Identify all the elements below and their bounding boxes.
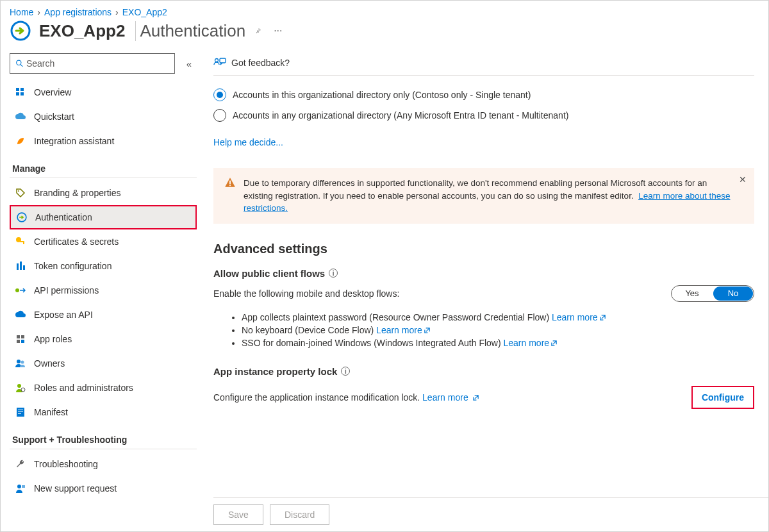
radio-multi-tenant[interactable]: Accounts in any organizational directory… <box>213 105 754 126</box>
breadcrumb-app-registrations[interactable]: App registrations <box>44 7 112 17</box>
sidebar-item-label: Quickstart <box>34 112 74 122</box>
public-client-flows-toggle[interactable]: Yes No <box>671 285 754 302</box>
toggle-yes[interactable]: Yes <box>672 286 713 301</box>
sidebar-item-label: Token configuration <box>34 261 112 271</box>
sidebar-item-label: Certificates & secrets <box>34 237 119 247</box>
feedback-button[interactable]: Got feedback? <box>213 53 754 76</box>
cloud-icon <box>15 111 26 122</box>
owners-icon <box>15 358 26 369</box>
svg-line-2 <box>21 65 22 67</box>
warning-banner: Due to temporary differences in supporte… <box>213 168 754 224</box>
sidebar-item-label: Expose an API <box>34 310 93 320</box>
sidebar-item-manifest[interactable]: Manifest <box>10 400 197 424</box>
external-link-icon <box>550 340 558 347</box>
svg-rect-19 <box>21 340 24 343</box>
sidebar-item-overview[interactable]: Overview <box>10 80 197 104</box>
close-icon[interactable]: ✕ <box>739 174 747 185</box>
pin-icon[interactable] <box>253 26 263 36</box>
external-link-icon <box>424 327 431 334</box>
public-client-flows-header: Allow public client flows i <box>213 268 754 279</box>
collapse-sidebar-button[interactable]: « <box>181 56 197 72</box>
radio-single-tenant[interactable]: Accounts in this organizational director… <box>213 85 754 105</box>
radio-icon <box>213 88 226 101</box>
breadcrumb-app[interactable]: EXO_App2 <box>122 7 167 17</box>
sidebar-item-label: New support request <box>34 483 117 494</box>
page-title: Authentication <box>135 21 245 41</box>
svg-rect-6 <box>21 92 24 96</box>
auth-icon <box>16 212 28 223</box>
svg-rect-32 <box>229 181 231 185</box>
breadcrumb-home[interactable]: Home <box>10 7 33 17</box>
more-icon[interactable]: ··· <box>271 22 285 39</box>
sidebar-item-integration-assistant[interactable]: Integration assistant <box>10 129 197 153</box>
sidebar: « Overview Quickstart Integration assist… <box>1 53 199 501</box>
svg-rect-11 <box>23 242 24 244</box>
learn-more-link[interactable]: Learn more <box>422 392 479 403</box>
external-link-icon <box>472 394 479 401</box>
sidebar-item-token-config[interactable]: Token configuration <box>10 254 197 278</box>
sidebar-item-expose-api[interactable]: Expose an API <box>10 303 197 327</box>
svg-point-20 <box>17 360 21 363</box>
warning-icon <box>224 177 236 188</box>
search-box[interactable] <box>10 53 175 74</box>
svg-point-1 <box>17 60 21 65</box>
learn-more-link[interactable]: Learn more <box>552 312 606 322</box>
external-link-icon <box>599 314 606 321</box>
feedback-label: Got feedback? <box>231 58 290 68</box>
svg-rect-5 <box>16 92 19 96</box>
instance-lock-text: Configure the application instance modif… <box>213 392 479 403</box>
save-button[interactable]: Save <box>213 504 263 525</box>
svg-rect-10 <box>20 241 24 242</box>
sidebar-item-quickstart[interactable]: Quickstart <box>10 104 197 129</box>
configure-button[interactable]: Configure <box>691 386 754 409</box>
sidebar-item-branding[interactable]: Branding & properties <box>10 181 197 205</box>
search-input[interactable] <box>26 58 169 69</box>
app-registration-icon <box>10 20 31 42</box>
sidebar-item-label: Roles and administrators <box>34 383 133 393</box>
sidebar-item-label: Branding & properties <box>34 188 120 198</box>
flow-item: No keyboard (Device Code Flow) Learn mor… <box>242 324 754 337</box>
api-icon <box>15 285 26 296</box>
svg-rect-12 <box>17 263 19 270</box>
svg-point-30 <box>215 59 219 62</box>
wrench-icon <box>15 458 26 470</box>
enable-flows-text: Enable the following mobile and desktop … <box>213 288 399 299</box>
sidebar-item-owners[interactable]: Owners <box>10 351 197 376</box>
sidebar-item-troubleshooting[interactable]: Troubleshooting <box>10 452 197 476</box>
manifest-icon <box>15 406 26 418</box>
svg-rect-3 <box>16 88 19 91</box>
key-icon <box>15 236 26 247</box>
learn-more-link[interactable]: Learn more <box>376 325 431 335</box>
footer-bar: Save Discard <box>213 497 768 531</box>
admins-icon <box>15 382 26 394</box>
flows-list: App collects plaintext password (Resourc… <box>242 311 754 349</box>
sidebar-section-support: Support + Troubleshooting <box>10 424 197 449</box>
sidebar-item-roles-admins[interactable]: Roles and administrators <box>10 376 197 400</box>
svg-rect-16 <box>17 335 20 338</box>
sidebar-item-app-roles[interactable]: App roles <box>10 327 197 351</box>
info-icon[interactable]: i <box>341 367 350 376</box>
info-icon[interactable]: i <box>329 269 338 278</box>
flow-item: SSO for domain-joined Windows (Windows I… <box>242 337 754 349</box>
discard-button[interactable]: Discard <box>270 504 329 525</box>
instance-lock-header: App instance property lock i <box>213 366 754 377</box>
svg-point-7 <box>18 190 19 192</box>
learn-more-link[interactable]: Learn more <box>504 338 558 348</box>
sidebar-item-new-support[interactable]: New support request <box>10 476 197 501</box>
svg-rect-26 <box>18 411 23 412</box>
main-content: Got feedback? Accounts in this organizat… <box>199 53 768 501</box>
help-me-decide-link[interactable]: Help me decide... <box>213 137 283 147</box>
warning-text: Due to temporary differences in supporte… <box>244 177 731 215</box>
roles-icon <box>15 333 26 345</box>
svg-rect-17 <box>21 335 24 338</box>
sidebar-item-label: Owners <box>34 358 65 369</box>
feedback-icon <box>213 57 226 69</box>
sidebar-item-api-permissions[interactable]: API permissions <box>10 278 197 303</box>
sidebar-item-label: Overview <box>34 87 71 97</box>
sidebar-item-certificates[interactable]: Certificates & secrets <box>10 229 197 254</box>
grid-icon <box>15 87 26 98</box>
toggle-no[interactable]: No <box>713 287 753 301</box>
sidebar-section-manage: Manage <box>10 153 197 178</box>
sidebar-item-authentication[interactable]: Authentication <box>10 205 197 229</box>
rocket-icon <box>15 135 26 147</box>
